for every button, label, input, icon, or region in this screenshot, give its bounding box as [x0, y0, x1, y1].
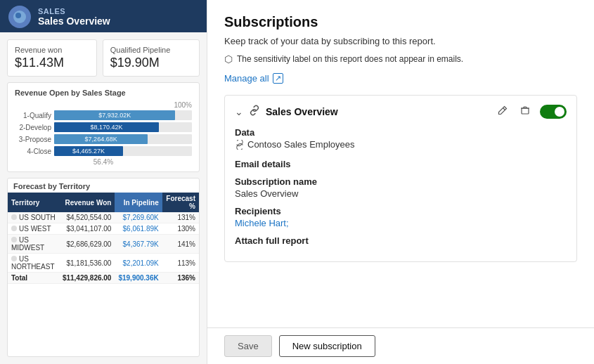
- bar-row-close: 4-Close $4,465.27K: [15, 146, 192, 156]
- data-field-group: Data Contoso Sales Employees: [235, 127, 567, 152]
- chart-bottom-pct: 56.4%: [15, 158, 192, 166]
- subscription-name: Sales Overview: [266, 106, 489, 117]
- table-row-total: Total $11,429,826.00 $19,900.36K 136%: [8, 273, 199, 284]
- td-pipeline: $2,201.09K: [115, 254, 162, 273]
- app-logo: [8, 6, 31, 28]
- forecast-table: Territory Revenue Won In Pipeline Foreca…: [8, 193, 199, 284]
- col-in-pipeline: In Pipeline: [115, 193, 162, 212]
- sensitivity-note: ⬡ The sensitivity label on this report d…: [224, 53, 577, 65]
- bar-row-develop: 2-Develop $8,170.42K: [15, 122, 192, 132]
- kpi-pipeline-value: $19.90M: [110, 56, 192, 70]
- td-territory: US NORTHEAST: [8, 254, 59, 273]
- td-territory: US MIDWEST: [8, 235, 59, 254]
- recipients-value: Michele Hart;: [235, 218, 567, 228]
- bar-label-close: 4-Close: [15, 148, 51, 155]
- kpi-row: Revenue won $11.43M Qualified Pipeline $…: [7, 39, 200, 77]
- shield-icon: ⬡: [224, 53, 233, 65]
- td-total-label: Total: [8, 273, 59, 284]
- kpi-pipeline: Qualified Pipeline $19.90M: [103, 39, 200, 77]
- bar-label-qualify: 1-Qualify: [15, 112, 51, 119]
- report-title: Sales Overview: [38, 15, 110, 27]
- kpi-revenue-value: $11.43M: [15, 56, 89, 70]
- chart-title: Revenue Open by Sales Stage: [15, 89, 192, 97]
- td-forecast: 113%: [162, 254, 199, 273]
- subscription-header: ⌄ Sales Overview: [235, 104, 567, 119]
- td-revenue: $2,686,629.00: [59, 235, 115, 254]
- right-panel: Subscriptions Keep track of your data by…: [207, 0, 594, 364]
- td-total-revenue: $11,429,826.00: [59, 273, 115, 284]
- bar-track-close: $4,465.27K: [54, 146, 192, 156]
- col-forecast: Forecast %: [162, 193, 199, 212]
- subscription-section: ⌄ Sales Overview Data Contoso Sales: [224, 95, 577, 262]
- data-source-text: Contoso Sales Employees: [247, 139, 354, 150]
- bar-label-propose: 3-Propose: [15, 136, 51, 143]
- top-bar-text: SALES Sales Overview: [38, 7, 110, 27]
- panel-title: Subscriptions: [224, 14, 577, 30]
- bottom-bar: Save New subscription: [207, 327, 594, 364]
- bar-track-develop: $8,170.42K: [54, 122, 192, 132]
- flag-dot: [11, 226, 17, 231]
- data-label: Data: [235, 127, 567, 138]
- bar-track-qualify: $7,932.02K: [54, 110, 192, 120]
- external-link-icon: ↗: [273, 73, 283, 84]
- table-row: US NORTHEAST $1,181,536.00 $2,201.09K 11…: [8, 254, 199, 273]
- td-pipeline: $6,061.89K: [115, 223, 162, 235]
- kpi-pipeline-label: Qualified Pipeline: [110, 46, 192, 54]
- table-row: US WEST $3,041,107.00 $6,061.89K 130%: [8, 223, 199, 235]
- col-revenue-won: Revenue Won: [59, 193, 115, 212]
- td-pipeline: $4,367.79K: [115, 235, 162, 254]
- table-row: US SOUTH $4,520,554.00 $7,269.60K 131%: [8, 212, 199, 223]
- edit-button[interactable]: [495, 104, 510, 119]
- app-name: SALES: [38, 7, 110, 15]
- report-content: Revenue won $11.43M Qualified Pipeline $…: [0, 32, 207, 364]
- subscription-toggle[interactable]: [540, 105, 567, 119]
- link-icon: [249, 105, 260, 118]
- table-row: US MIDWEST $2,686,629.00 $4,367.79K 141%: [8, 235, 199, 254]
- td-revenue: $1,181,536.00: [59, 254, 115, 273]
- new-subscription-button[interactable]: New subscription: [279, 335, 375, 357]
- td-forecast: 130%: [162, 223, 199, 235]
- save-button[interactable]: Save: [224, 335, 272, 357]
- chevron-down-icon[interactable]: ⌄: [235, 106, 243, 117]
- kpi-revenue-label: Revenue won: [15, 46, 89, 54]
- bar-chart-card: Revenue Open by Sales Stage 100% 1-Quali…: [7, 82, 200, 172]
- td-territory: US WEST: [8, 223, 59, 235]
- svg-rect-2: [522, 108, 529, 114]
- email-details-label: Email details: [235, 159, 567, 169]
- table-title: Forecast by Territory: [8, 178, 199, 193]
- attach-group: Attach full report: [235, 235, 567, 246]
- bar-row-qualify: 1-Qualify $7,932.02K: [15, 110, 192, 120]
- flag-dot: [11, 237, 17, 242]
- bar-row-propose: 3-Propose $7,264.68K: [15, 134, 192, 144]
- chart-pct-label: 100%: [15, 101, 192, 109]
- recipients-group: Recipients Michele Hart;: [235, 206, 567, 228]
- td-total-pipeline: $19,900.36K: [115, 273, 162, 284]
- subscription-name-group: Subscription name Sales Overview: [235, 176, 567, 199]
- recipients-label: Recipients: [235, 206, 567, 216]
- bar-fill-develop: $8,170.42K: [54, 122, 159, 132]
- td-territory: US SOUTH: [8, 212, 59, 223]
- attach-label: Attach full report: [235, 235, 567, 246]
- bar-fill-propose: $7,264.68K: [54, 134, 148, 144]
- bar-track-propose: $7,264.68K: [54, 134, 192, 144]
- delete-button[interactable]: [517, 104, 533, 119]
- bar-label-develop: 2-Develop: [15, 124, 51, 131]
- top-bar: SALES Sales Overview: [0, 0, 207, 32]
- svg-point-1: [15, 13, 21, 18]
- td-forecast: 131%: [162, 212, 199, 223]
- email-details-group: Email details: [235, 159, 567, 169]
- sub-name-value: Sales Overview: [235, 188, 567, 199]
- flag-dot: [11, 256, 17, 261]
- left-panel: SALES Sales Overview Revenue won $11.43M…: [0, 0, 207, 364]
- sensitivity-text: The sensitivity label on this report doe…: [237, 54, 463, 64]
- manage-all-link[interactable]: Manage all ↗: [224, 73, 577, 84]
- td-forecast: 141%: [162, 235, 199, 254]
- kpi-revenue-won: Revenue won $11.43M: [7, 39, 97, 77]
- td-revenue: $3,041,107.00: [59, 223, 115, 235]
- bar-fill-qualify: $7,932.02K: [54, 110, 175, 120]
- forecast-table-card: Forecast by Territory Territory Revenue …: [7, 178, 200, 357]
- flag-dot: [11, 214, 17, 220]
- td-revenue: $4,520,554.00: [59, 212, 115, 223]
- td-pipeline: $7,269.60K: [115, 212, 162, 223]
- data-value: Contoso Sales Employees: [235, 139, 567, 152]
